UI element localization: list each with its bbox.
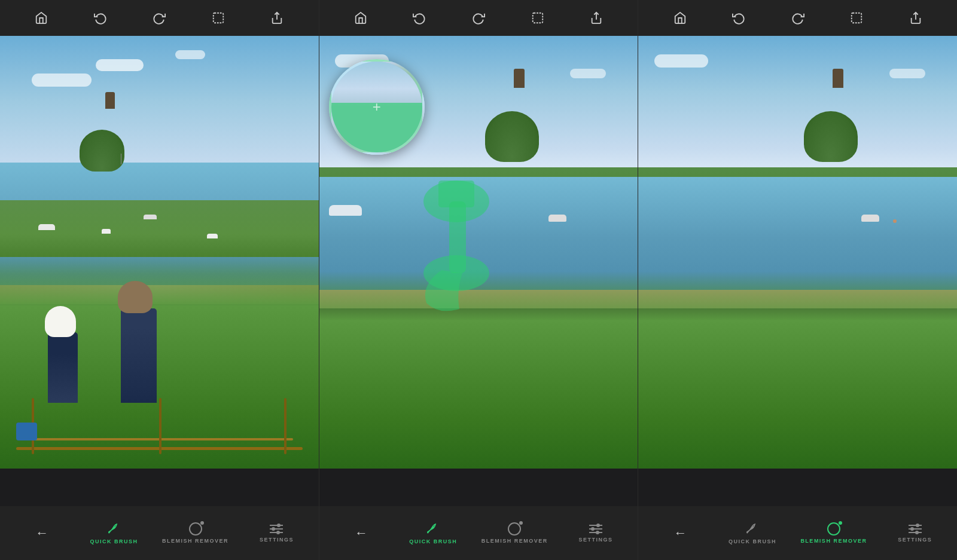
select-icon-3[interactable]: [848, 10, 865, 26]
undo-icon[interactable]: [92, 10, 109, 26]
settings-tool-1[interactable]: SETTINGS: [252, 524, 300, 543]
bottom-toolbar-1: ← QUICK BRUSH BLEMISH REMOVER: [0, 506, 319, 560]
bottom-toolbar-3: ← QUICK BRUSH BLEMISH REMOVER: [638, 506, 957, 560]
share-icon[interactable]: [269, 10, 285, 26]
home-icon-2[interactable]: [352, 10, 369, 26]
svg-point-5: [272, 527, 275, 531]
image-area-1: [0, 36, 319, 506]
svg-point-19: [596, 531, 599, 534]
quick-brush-tool-1[interactable]: QUICK BRUSH: [90, 522, 138, 544]
settings-tool-2[interactable]: SETTINGS: [572, 524, 620, 543]
redo-icon-2[interactable]: [470, 10, 487, 26]
quick-brush-label-2: QUICK BRUSH: [409, 538, 457, 544]
image-area-3: [638, 36, 957, 506]
blemish-remover-tool-1[interactable]: BLEMISH REMOVER: [162, 522, 228, 544]
back-button-2[interactable]: ←: [337, 525, 385, 541]
svg-point-7: [276, 531, 280, 534]
svg-point-27: [915, 531, 919, 534]
top-toolbar-3: [638, 0, 957, 36]
settings-label-1: SETTINGS: [260, 537, 294, 543]
bottom-toolbar-2: ← QUICK BRUSH BLEMISH REMOVER: [319, 506, 638, 560]
quick-brush-tool-2[interactable]: QUICK BRUSH: [409, 522, 457, 544]
svg-rect-20: [852, 13, 862, 23]
green-brush-overlay: [409, 154, 528, 315]
redo-icon[interactable]: [151, 10, 167, 26]
undo-icon-3[interactable]: [730, 10, 747, 26]
quick-brush-label-3: QUICK BRUSH: [729, 538, 776, 544]
blemish-remover-tool-2[interactable]: BLEMISH REMOVER: [481, 522, 548, 544]
svg-rect-8: [532, 13, 542, 23]
blemish-remover-label-1: BLEMISH REMOVER: [162, 538, 228, 544]
share-icon-2[interactable]: [588, 10, 605, 26]
select-icon-2[interactable]: [529, 10, 546, 26]
svg-point-15: [596, 524, 600, 527]
home-icon-3[interactable]: [672, 10, 688, 26]
top-toolbar-2: [319, 0, 638, 36]
panel-1: ← QUICK BRUSH BLEMISH REMOVER: [0, 0, 319, 560]
svg-rect-0: [214, 13, 224, 23]
blemish-remover-tool-3[interactable]: BLEMISH REMOVER: [800, 522, 867, 544]
quick-brush-tool-3[interactable]: QUICK BRUSH: [729, 522, 776, 544]
magnifier-circle: +: [329, 59, 425, 155]
back-button-1[interactable]: ←: [18, 525, 66, 541]
settings-label-2: SETTINGS: [579, 537, 613, 543]
svg-point-17: [591, 527, 595, 531]
magnifier-crosshair: +: [373, 99, 381, 115]
home-icon[interactable]: [33, 10, 50, 26]
redo-icon-3[interactable]: [790, 10, 806, 26]
settings-tool-3[interactable]: SETTINGS: [891, 524, 939, 543]
panel-2: + ← QUICK BRUSH BLEMISH REMOVER: [319, 0, 639, 560]
svg-point-3: [277, 524, 281, 527]
select-icon[interactable]: [210, 10, 227, 26]
image-area-2: +: [319, 36, 638, 506]
blemish-remover-label-2: BLEMISH REMOVER: [481, 538, 548, 544]
svg-point-23: [916, 524, 919, 527]
panel-3: ← QUICK BRUSH BLEMISH REMOVER: [638, 0, 957, 560]
undo-icon-2[interactable]: [411, 10, 428, 26]
svg-point-25: [910, 527, 914, 531]
top-toolbar-1: [0, 0, 319, 36]
settings-label-3: SETTINGS: [898, 537, 932, 543]
blemish-remover-label-3: BLEMISH REMOVER: [800, 538, 867, 544]
quick-brush-label-1: QUICK BRUSH: [90, 538, 138, 544]
back-button-3[interactable]: ←: [657, 525, 705, 541]
share-icon-3[interactable]: [907, 10, 924, 26]
